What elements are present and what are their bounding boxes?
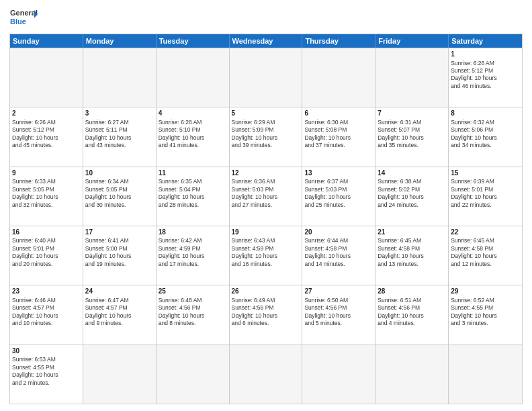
weekday-header-wednesday: Wednesday	[230, 34, 303, 48]
cal-cell	[10, 48, 83, 107]
cal-cell: 8Sunrise: 6:32 AM Sunset: 5:06 PM Daylig…	[449, 107, 522, 166]
cal-cell: 6Sunrise: 6:30 AM Sunset: 5:08 PM Daylig…	[302, 107, 375, 166]
day-info: Sunrise: 6:47 AM Sunset: 4:57 PM Dayligh…	[85, 297, 154, 328]
day-number: 4	[159, 109, 227, 118]
week-row-5: 23Sunrise: 6:46 AM Sunset: 4:57 PM Dayli…	[10, 285, 522, 344]
header: General Blue	[9, 7, 523, 30]
cal-cell: 24Sunrise: 6:47 AM Sunset: 4:57 PM Dayli…	[83, 285, 157, 344]
cal-cell	[83, 345, 157, 404]
day-number: 13	[304, 169, 373, 178]
day-number: 2	[12, 109, 81, 118]
day-info: Sunrise: 6:28 AM Sunset: 5:10 PM Dayligh…	[159, 119, 227, 150]
day-number: 7	[378, 109, 446, 118]
cal-cell: 5Sunrise: 6:29 AM Sunset: 5:09 PM Daylig…	[230, 107, 303, 166]
cal-cell: 11Sunrise: 6:35 AM Sunset: 5:04 PM Dayli…	[157, 167, 230, 226]
cal-cell: 17Sunrise: 6:41 AM Sunset: 5:00 PM Dayli…	[83, 226, 157, 285]
day-info: Sunrise: 6:34 AM Sunset: 5:05 PM Dayligh…	[85, 178, 154, 209]
day-number: 26	[232, 287, 300, 296]
calendar-body: 1Sunrise: 6:26 AM Sunset: 5:12 PM Daylig…	[10, 48, 522, 404]
day-number: 8	[451, 109, 520, 118]
cal-cell	[449, 345, 522, 404]
calendar: SundayMondayTuesdayWednesdayThursdayFrid…	[9, 34, 523, 404]
cal-cell: 4Sunrise: 6:28 AM Sunset: 5:10 PM Daylig…	[157, 107, 230, 166]
cal-cell: 12Sunrise: 6:36 AM Sunset: 5:03 PM Dayli…	[230, 167, 303, 226]
calendar-header: SundayMondayTuesdayWednesdayThursdayFrid…	[10, 34, 522, 48]
cal-cell: 1Sunrise: 6:26 AM Sunset: 5:12 PM Daylig…	[449, 48, 522, 107]
cal-cell: 26Sunrise: 6:49 AM Sunset: 4:56 PM Dayli…	[230, 285, 303, 344]
svg-text:General: General	[10, 9, 38, 17]
cal-cell	[230, 48, 303, 107]
day-number: 20	[304, 228, 373, 237]
logo: General Blue	[9, 7, 38, 30]
day-number: 17	[85, 228, 154, 237]
day-info: Sunrise: 6:48 AM Sunset: 4:56 PM Dayligh…	[159, 297, 227, 328]
day-info: Sunrise: 6:31 AM Sunset: 5:07 PM Dayligh…	[378, 119, 446, 150]
day-number: 9	[12, 169, 81, 178]
day-info: Sunrise: 6:37 AM Sunset: 5:03 PM Dayligh…	[304, 178, 373, 209]
day-info: Sunrise: 6:50 AM Sunset: 4:56 PM Dayligh…	[304, 297, 373, 328]
cal-cell: 15Sunrise: 6:39 AM Sunset: 5:01 PM Dayli…	[449, 167, 522, 226]
day-number: 18	[159, 228, 227, 237]
cal-cell: 10Sunrise: 6:34 AM Sunset: 5:05 PM Dayli…	[83, 167, 157, 226]
day-number: 23	[12, 287, 81, 296]
day-info: Sunrise: 6:53 AM Sunset: 4:55 PM Dayligh…	[12, 356, 81, 387]
day-number: 25	[159, 287, 227, 296]
cal-cell: 9Sunrise: 6:33 AM Sunset: 5:05 PM Daylig…	[10, 167, 83, 226]
day-number: 14	[378, 169, 446, 178]
day-info: Sunrise: 6:27 AM Sunset: 5:11 PM Dayligh…	[85, 119, 154, 150]
week-row-4: 16Sunrise: 6:40 AM Sunset: 5:01 PM Dayli…	[10, 226, 522, 285]
cal-cell: 13Sunrise: 6:37 AM Sunset: 5:03 PM Dayli…	[302, 167, 375, 226]
weekday-header-sunday: Sunday	[10, 34, 83, 48]
day-info: Sunrise: 6:41 AM Sunset: 5:00 PM Dayligh…	[85, 237, 154, 268]
day-info: Sunrise: 6:45 AM Sunset: 4:58 PM Dayligh…	[378, 237, 446, 268]
week-row-6: 30Sunrise: 6:53 AM Sunset: 4:55 PM Dayli…	[10, 345, 522, 404]
day-info: Sunrise: 6:44 AM Sunset: 4:58 PM Dayligh…	[304, 237, 373, 268]
day-number: 5	[232, 109, 300, 118]
weekday-header-monday: Monday	[83, 34, 157, 48]
day-number: 12	[232, 169, 300, 178]
cal-cell	[375, 345, 449, 404]
day-info: Sunrise: 6:51 AM Sunset: 4:56 PM Dayligh…	[378, 297, 446, 328]
day-number: 27	[304, 287, 373, 296]
cal-cell: 7Sunrise: 6:31 AM Sunset: 5:07 PM Daylig…	[375, 107, 449, 166]
cal-cell	[157, 345, 230, 404]
cal-cell: 30Sunrise: 6:53 AM Sunset: 4:55 PM Dayli…	[10, 345, 83, 404]
weekday-header-thursday: Thursday	[302, 34, 375, 48]
cal-cell	[157, 48, 230, 107]
cal-cell	[302, 48, 375, 107]
cal-cell	[302, 345, 375, 404]
day-number: 11	[159, 169, 227, 178]
week-row-1: 1Sunrise: 6:26 AM Sunset: 5:12 PM Daylig…	[10, 48, 522, 107]
day-info: Sunrise: 6:39 AM Sunset: 5:01 PM Dayligh…	[451, 178, 520, 209]
day-info: Sunrise: 6:33 AM Sunset: 5:05 PM Dayligh…	[12, 178, 81, 209]
day-info: Sunrise: 6:42 AM Sunset: 4:59 PM Dayligh…	[159, 237, 227, 268]
day-number: 15	[451, 169, 520, 178]
cal-cell: 21Sunrise: 6:45 AM Sunset: 4:58 PM Dayli…	[375, 226, 449, 285]
day-info: Sunrise: 6:35 AM Sunset: 5:04 PM Dayligh…	[159, 178, 227, 209]
day-number: 3	[85, 109, 154, 118]
cal-cell: 23Sunrise: 6:46 AM Sunset: 4:57 PM Dayli…	[10, 285, 83, 344]
day-info: Sunrise: 6:30 AM Sunset: 5:08 PM Dayligh…	[304, 119, 373, 150]
day-number: 24	[85, 287, 154, 296]
day-number: 30	[12, 347, 81, 356]
day-info: Sunrise: 6:36 AM Sunset: 5:03 PM Dayligh…	[232, 178, 300, 209]
day-number: 10	[85, 169, 154, 178]
day-number: 6	[304, 109, 373, 118]
weekday-header-friday: Friday	[375, 34, 449, 48]
day-info: Sunrise: 6:49 AM Sunset: 4:56 PM Dayligh…	[232, 297, 300, 328]
cal-cell: 25Sunrise: 6:48 AM Sunset: 4:56 PM Dayli…	[157, 285, 230, 344]
day-number: 16	[12, 228, 81, 237]
cal-cell: 14Sunrise: 6:38 AM Sunset: 5:02 PM Dayli…	[375, 167, 449, 226]
svg-text:Blue: Blue	[10, 17, 26, 26]
day-info: Sunrise: 6:52 AM Sunset: 4:55 PM Dayligh…	[451, 297, 520, 328]
day-info: Sunrise: 6:26 AM Sunset: 5:12 PM Dayligh…	[451, 60, 520, 91]
day-number: 22	[451, 228, 520, 237]
cal-cell	[230, 345, 303, 404]
day-info: Sunrise: 6:46 AM Sunset: 4:57 PM Dayligh…	[12, 297, 81, 328]
day-info: Sunrise: 6:45 AM Sunset: 4:58 PM Dayligh…	[451, 237, 520, 268]
day-number: 19	[232, 228, 300, 237]
day-number: 21	[378, 228, 446, 237]
cal-cell: 2Sunrise: 6:26 AM Sunset: 5:12 PM Daylig…	[10, 107, 83, 166]
weekday-header-saturday: Saturday	[449, 34, 522, 48]
cal-cell: 3Sunrise: 6:27 AM Sunset: 5:11 PM Daylig…	[83, 107, 157, 166]
